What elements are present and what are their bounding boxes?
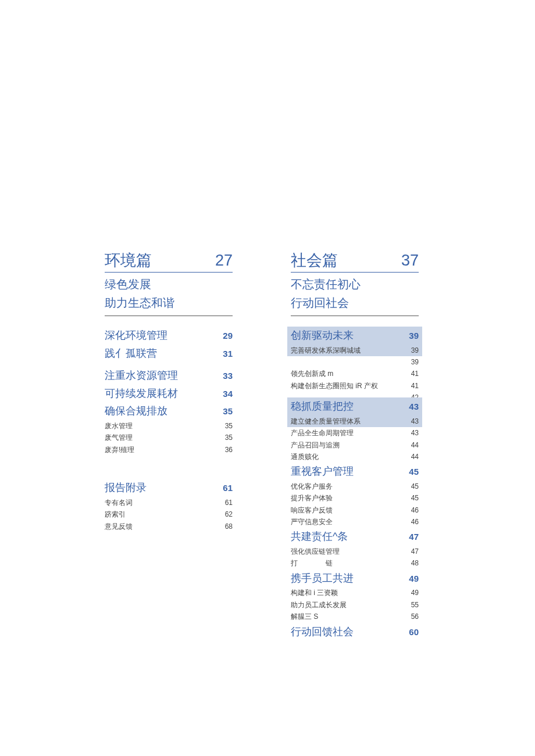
toc-row: 创新驱动未来39 — [287, 327, 422, 345]
spacer — [105, 456, 233, 479]
left-col: 环境篇 27 绿色发展 助力生态和谐 深化环境管理29 践亻孤联营31 注重水资… — [105, 250, 233, 640]
toc-item-title: 响应客户反馈 — [291, 504, 333, 516]
toc-item-page: 35 — [225, 432, 233, 443]
toc-page: 35 — [223, 404, 233, 419]
right-big-row: 社会篇 37 — [291, 250, 419, 273]
toc-item-title: 产品召回与追溯 — [291, 439, 340, 451]
toc-item-page: 36 — [225, 444, 233, 456]
toc-item-page: 39 — [411, 345, 419, 356]
toc-item-title: 产品全生命周期管理 — [291, 427, 354, 439]
toc-row: 专有名词61 — [105, 497, 233, 508]
toc-item-page: 48 — [411, 557, 419, 569]
toc-item-title: 废水管理 — [105, 420, 133, 432]
toc-item-title: 强化供应链管理 — [291, 546, 340, 557]
toc-row: 产品全生命周期管理43 — [291, 427, 419, 439]
toc-row: 废水管理35 — [105, 420, 233, 432]
toc-row: 打 链48 — [291, 557, 419, 569]
left-big-row: 环境篇 27 — [105, 250, 233, 273]
toc-row: 建立健全质量管理体系43 — [287, 415, 422, 427]
toc-title: 创新驱动未来 — [291, 327, 354, 345]
toc-title: 践亻孤联营 — [105, 345, 157, 363]
toc-row: 注重水资源管理33 — [105, 367, 233, 385]
toc-row: 严守信息安全46 — [291, 516, 419, 528]
toc-page: 39 — [409, 328, 419, 343]
toc-item-title: 完善研发体系深啊城域 — [291, 345, 361, 356]
toc-item-title: 打 链 — [291, 557, 333, 569]
left-big-title: 环境篇 — [105, 250, 152, 271]
toc-row: 构建和 i 三资颖49 — [291, 587, 419, 599]
toc-item-title: 解腽三 S — [291, 611, 318, 622]
toc-item-page: 47 — [411, 546, 419, 557]
toc-row: 重视客户管理45 — [291, 463, 419, 481]
toc-item-page: 56 — [411, 611, 419, 622]
toc-item-page: 44 — [411, 439, 419, 451]
toc-item-page: 68 — [225, 521, 233, 532]
toc-row: 通质赅化44 — [291, 451, 419, 463]
toc-row: 强化供应链管理47 — [291, 546, 419, 557]
toc-row: 废气管理35 — [105, 432, 233, 443]
toc-row: 稳抓质量把控43 — [287, 397, 422, 415]
toc-item-page: 46 — [411, 516, 419, 528]
toc-title: 共建责任^条 — [291, 528, 348, 546]
left-sub-line-1: 助力生态和谐 — [105, 293, 233, 312]
left-sub-line-0: 绿色发展 — [105, 275, 233, 293]
toc-row: 助力员工成长发展55 — [291, 599, 419, 611]
toc-row: 领先创新成 m41 — [291, 368, 419, 379]
toc-row: 提升客户体验45 — [291, 492, 419, 504]
toc-row: 践亻孤联营31 — [105, 345, 233, 363]
left-big-page: 27 — [215, 252, 233, 270]
toc-title: 注重水资源管理 — [105, 367, 178, 385]
right-big-page: 37 — [401, 252, 419, 270]
toc-row: 响应客户反馈46 — [291, 504, 419, 516]
toc-item-page: 46 — [411, 504, 419, 516]
toc-item-title: 废弃!殖理 — [105, 444, 134, 456]
toc-item-page: 44 — [411, 451, 419, 463]
toc-item-title: 领先创新成 m — [291, 368, 333, 379]
right-col: 社会篇 37 不忘责任初心 行动回社会 创新驱动未来39 完善研发体系深啊城域3… — [291, 250, 419, 640]
toc-item-page: 41 — [411, 380, 419, 392]
toc-item-title: 跻索引 — [105, 508, 126, 520]
toc-title: 可持续发展耗材 — [105, 385, 178, 403]
toc-row: 确保合规排放35 — [105, 402, 233, 420]
left-sub-lines: 绿色发展 助力生态和谐 — [105, 275, 233, 316]
toc-title: 稳抓质量把控 — [291, 397, 354, 415]
toc-row: 报告附录61 — [105, 479, 233, 497]
toc-row: 优化客户服务45 — [291, 481, 419, 492]
toc-item-page: 43 — [411, 415, 419, 427]
toc-item-page: 62 — [225, 508, 233, 520]
toc-item-title: 通质赅化 — [291, 451, 319, 463]
toc-item-page: 61 — [225, 497, 233, 508]
toc-row: 产品召回与追溯44 — [291, 439, 419, 451]
spacer — [105, 362, 233, 367]
toc-item-title: 专有名词 — [105, 497, 133, 508]
toc-item-page: 49 — [411, 587, 419, 599]
toc-item-page: 55 — [411, 599, 419, 611]
toc-row: 可持续发展耗材34 — [105, 385, 233, 403]
right-sub-line-1: 行动回社会 — [291, 293, 419, 312]
toc-row: 解腽三 S56 — [291, 611, 419, 622]
toc-row: 行动回馈社会60 — [291, 623, 419, 641]
toc-row: 废弃!殖理36 — [105, 444, 233, 456]
toc-item-page: 42 — [411, 392, 419, 397]
toc-item-page: 39 — [411, 356, 419, 368]
toc-item-page: 43 — [411, 427, 419, 439]
toc-item-page: 45 — [411, 481, 419, 492]
toc-title: 深化环境管理 — [105, 327, 167, 345]
toc-row: 42 — [291, 392, 419, 397]
toc-item-title: 废气管理 — [105, 432, 133, 443]
toc-item-title: 优化客户服务 — [291, 481, 333, 492]
toc-item-title: 构建和 i 三资颖 — [291, 587, 338, 599]
toc-item-title: 提升客户体验 — [291, 492, 333, 504]
toc-item-page: 45 — [411, 492, 419, 504]
toc-title: 重视客户管理 — [291, 463, 354, 481]
toc-title: 报告附录 — [105, 479, 147, 497]
toc-title: 携手员工共进 — [291, 569, 354, 587]
toc-page: 47 — [409, 529, 419, 544]
toc-page: 60 — [409, 625, 419, 640]
toc-row: 携手员工共进49 — [291, 569, 419, 587]
right-big-title: 社会篇 — [291, 250, 338, 271]
right-sub-lines: 不忘责任初心 行动回社会 — [291, 275, 419, 316]
toc-item-page: 41 — [411, 368, 419, 379]
toc-page: 29 — [223, 328, 233, 343]
toc-title: 行动回馈社会 — [291, 623, 354, 641]
